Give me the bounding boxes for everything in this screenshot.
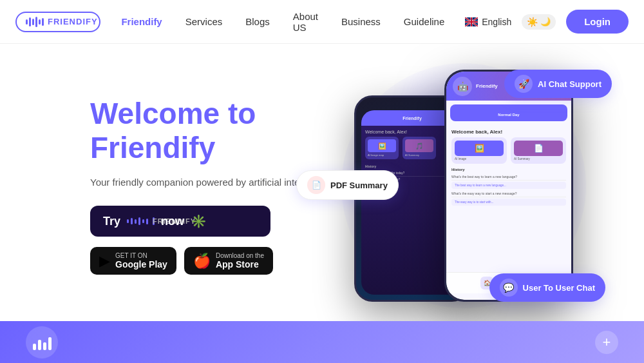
footer-icon [26, 326, 58, 358]
bar-chart-icon [33, 335, 52, 350]
nav-blogs[interactable]: Blogs [245, 16, 270, 27]
try-label: Try [103, 215, 120, 228]
logo-wave [26, 17, 44, 27]
try-bar[interactable]: Try FRIENDIFY now ✳️ [90, 206, 270, 237]
logo[interactable]: FRIENDIFY [15, 12, 100, 32]
pdf-badge: 📄 PDF Summary [296, 170, 399, 200]
pdf-badge-icon: 📄 [307, 176, 325, 194]
phone-front-screen: 🤖 Friendify Normal Day Welcome back, Ale… [446, 72, 571, 300]
phone-front-content: Welcome back, Alex! 🖼️ AI Image 📄 AI Sum… [446, 125, 571, 211]
dark-mode-icon: 🌙 [540, 17, 551, 26]
nav-friendify[interactable]: Friendify [121, 16, 162, 27]
navbar: FRIENDIFY Friendify Services Blogs About… [0, 0, 644, 44]
user-badge-icon: 💬 [500, 279, 518, 297]
try-brand-text: FRIENDIFY [153, 217, 155, 225]
front-cards: 🖼️ AI Image 📄 AI Summary [451, 137, 566, 164]
hero-section: Welcome to Friendify Your friendly compa… [0, 44, 644, 321]
language-selector[interactable]: English [465, 17, 511, 27]
card-1: 🖼️ AI Image map [365, 137, 399, 159]
ai-badge-icon: 🚀 [515, 75, 533, 93]
nav-guideline[interactable]: Guideline [404, 16, 444, 27]
footer-logo [26, 326, 58, 358]
nav-about[interactable]: About US [293, 11, 318, 33]
phone-front-title: Friendify [476, 83, 498, 89]
google-play-icon: ▶ [99, 253, 110, 270]
front-card-1: 🖼️ AI Image [451, 137, 507, 164]
front-history-label: History [451, 168, 566, 172]
flag-icon [465, 17, 478, 26]
front-chat-2: What's the easy way to start a new messa… [451, 190, 566, 197]
sparkle-icon: ✳️ [191, 213, 207, 229]
front-header-icon: 🤖 [453, 77, 472, 96]
front-card-2: 📄 AI Summary [511, 137, 566, 164]
footer-strip: + [0, 321, 644, 363]
hero-title: Welcome to Friendify [90, 97, 335, 165]
app-store-text: Download on the App Store [216, 252, 264, 270]
footer-plus-icon[interactable]: + [595, 331, 618, 354]
phone-front: 🤖 Friendify Normal Day Welcome back, Ale… [444, 70, 573, 302]
store-buttons: ▶ GET IT ON Google Play 🍎 Download on th… [90, 247, 335, 275]
ai-chat-badge: 🚀 AI Chat Support [504, 70, 612, 98]
apple-icon: 🍎 [193, 253, 211, 270]
front-response-2: The easy way is to start with... [451, 199, 566, 206]
google-play-button[interactable]: ▶ GET IT ON Google Play [90, 247, 176, 275]
phone-back-title: Friendify [402, 116, 422, 121]
front-response-1: The best way to learn a new language... [451, 182, 566, 189]
phone-action-bar: Normal Day [450, 104, 567, 121]
logo-text: FRIENDIFY [48, 17, 98, 26]
nav-services[interactable]: Services [185, 16, 223, 27]
light-mode-icon: ☀️ [527, 17, 538, 27]
action-label: Normal Day [498, 113, 519, 117]
login-button[interactable]: Login [566, 10, 629, 34]
app-store-button[interactable]: 🍎 Download on the App Store [184, 247, 273, 275]
theme-toggle[interactable]: ☀️ 🌙 [522, 14, 556, 30]
front-chat-1: What's the best way to learn a new langu… [451, 173, 566, 181]
user-chat-badge: 💬 User To User Chat [489, 273, 605, 302]
hero-phones: 🚀 AI Chat Support 📄 PDF Summary 💬 User T… [335, 57, 592, 315]
nav-links: Friendify Services Blogs About US Busine… [121, 11, 444, 33]
try-now-label: now [161, 215, 184, 228]
google-play-text: GET IT ON Google Play [115, 252, 167, 270]
nav-right: English ☀️ 🌙 Login [465, 10, 629, 34]
nav-business[interactable]: Business [341, 16, 381, 27]
try-logo: FRIENDIFY [127, 217, 155, 225]
front-welcome: Welcome back, Alex! [451, 129, 566, 135]
language-label: English [482, 17, 511, 27]
card-2: 🎵 AI Summary [402, 137, 436, 159]
